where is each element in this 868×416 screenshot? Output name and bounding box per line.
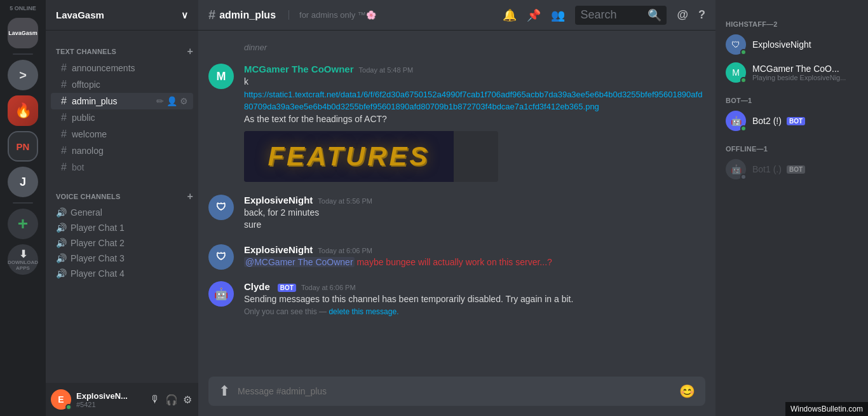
voice-player-chat-2[interactable]: 🔊 Player Chat 2 <box>51 235 193 251</box>
add-voice-channel-icon[interactable]: + <box>187 191 193 202</box>
status-dot-online <box>740 49 747 55</box>
message-author[interactable]: MCGamer The CoOwner <box>244 64 354 74</box>
channel-list: TEXT CHANNELS + # announcements # offtop… <box>46 31 198 383</box>
status-dot-online <box>740 77 747 83</box>
avatar[interactable]: 🤖 <box>208 281 234 307</box>
hash-icon: # <box>61 162 67 173</box>
hash-icon: # <box>61 95 67 107</box>
channel-welcome[interactable]: # welcome <box>51 126 193 142</box>
bell-icon[interactable]: 🔔 <box>503 8 517 22</box>
voice-player-chat-3[interactable]: 🔊 Player Chat 3 <box>51 251 193 266</box>
mute-icon[interactable]: 🎙 <box>149 392 161 407</box>
at-icon[interactable]: @ <box>677 8 688 22</box>
avatar[interactable]: 🛡 <box>208 244 234 270</box>
server-icon-terminal[interactable]: > <box>8 60 38 90</box>
message-author[interactable]: ExplosiveNight <box>244 244 313 255</box>
channel-icons: ✏ 👤 ⚙ <box>156 96 188 106</box>
voice-player-chat-4[interactable]: 🔊 Player Chat 4 <box>51 266 193 281</box>
channel-bot[interactable]: # bot <box>51 159 193 176</box>
online-count: 5 ONLINE <box>10 5 36 11</box>
voice-general[interactable]: 🔊 General <box>51 205 193 220</box>
list-item[interactable]: M MCGamer The CoO... Playing beside Expl… <box>721 59 863 87</box>
speaker-icon: 🔊 <box>56 207 67 218</box>
avatar: 🛡 <box>726 34 746 55</box>
message-header: Clyde BOT Today at 6:06 PM <box>244 281 705 292</box>
member-info: ExplosiveNight <box>752 39 858 50</box>
upload-icon[interactable]: ⬆ <box>219 383 230 399</box>
message-input-box: ⬆ 😊 <box>208 377 705 406</box>
top-bar-icons: 🔔 📌 👥 Search 🔍 @ ? <box>503 6 705 25</box>
help-icon[interactable]: ? <box>698 8 705 22</box>
channel-public[interactable]: # public <box>51 109 193 126</box>
message-author[interactable]: ExplosiveNight <box>244 195 313 205</box>
add-channel-icon[interactable]: + <box>187 46 193 57</box>
edit-icon[interactable]: ✏ <box>156 96 164 106</box>
avatar[interactable]: M <box>208 64 234 89</box>
server-icon-lavagasm[interactable]: LavaGasm <box>8 18 38 48</box>
message-header: MCGamer The CoOwner Today at 5:48 PM <box>244 64 705 74</box>
server-icon-add[interactable]: + <box>8 209 38 239</box>
pin-icon[interactable]: 📌 <box>527 8 541 22</box>
emoji-icon[interactable]: 😊 <box>679 384 695 399</box>
message-content: back, for 2 minutes <box>244 207 705 219</box>
channel-announcements[interactable]: # announcements <box>51 60 193 76</box>
list-item[interactable]: 🛡 ExplosiveNight <box>721 31 863 59</box>
invite-icon[interactable]: 👤 <box>166 96 177 106</box>
channel-nanolog[interactable]: # nanolog <box>51 142 193 159</box>
image-embed: FEATURES <box>244 131 498 182</box>
avatar: M <box>726 62 746 83</box>
server-icon-download[interactable]: ⬇ DOWNLOADAPPS <box>8 244 38 275</box>
channel-description: for admins only ™️🌸 <box>288 10 376 20</box>
chat-area: dinner M MCGamer The CoOwner Today at 5:… <box>198 31 715 377</box>
user-bar: E ExplosiveN... #5421 🎙 🎧 ⚙ <box>46 383 198 416</box>
message-input[interactable] <box>238 386 672 396</box>
hash-icon: # <box>61 112 67 123</box>
list-item[interactable]: 🤖 Bot2 (!) BOT <box>721 107 863 135</box>
hash-icon: # <box>61 62 67 74</box>
main-content: # admin_plus for admins only ™️🌸 🔔 📌 👥 S… <box>198 0 715 416</box>
message-time: Today at 6:06 PM <box>318 247 372 254</box>
search-icon[interactable]: 🔍 <box>648 8 661 22</box>
table-row: 🤖 Clyde BOT Today at 6:06 PM Sending mes… <box>198 280 715 317</box>
member-name: Bot2 (!) BOT <box>752 116 858 126</box>
hash-icon: # <box>61 79 67 90</box>
avatar[interactable]: 🛡 <box>208 195 234 220</box>
voice-channels-header[interactable]: VOICE CHANNELS + <box>46 181 198 205</box>
message-content: k <box>244 76 705 88</box>
message-header: ExplosiveNight Today at 6:06 PM <box>244 244 705 255</box>
member-name: Bot1 (.) BOT <box>752 164 858 174</box>
message-link[interactable]: https://static1.textcraft.net/data1/6/f/… <box>244 90 702 112</box>
member-info: Bot1 (.) BOT <box>752 164 858 174</box>
settings-icon[interactable]: ⚙ <box>180 96 188 106</box>
table-row: dinner <box>198 41 715 55</box>
list-item[interactable]: 🤖 Bot1 (.) BOT <box>721 155 863 183</box>
message-header: ExplosiveNight Today at 5:56 PM <box>244 195 705 205</box>
bot-tag: BOT <box>787 117 805 125</box>
message-text: maybe bungee will actually work on this … <box>356 257 552 267</box>
deafen-icon[interactable]: 🎧 <box>164 392 179 407</box>
speaker-icon: 🔊 <box>56 253 67 263</box>
avatar: 🤖 <box>726 159 746 179</box>
user-bar-icons: 🎙 🎧 ⚙ <box>149 392 193 407</box>
avatar[interactable]: E <box>51 389 71 410</box>
text-channels-header[interactable]: TEXT CHANNELS + <box>46 36 198 60</box>
watermark: WindowsBulletin.com <box>785 402 868 416</box>
channel-offtopic[interactable]: # offtopic <box>51 76 193 93</box>
bot-tag: BOT <box>787 165 805 174</box>
search-placeholder: Search <box>580 8 644 22</box>
channel-admin-plus[interactable]: # admin_plus ✏ 👤 ⚙ <box>51 93 193 109</box>
settings-icon[interactable]: ⚙ <box>182 392 193 407</box>
server-icon-j[interactable]: J <box>8 167 38 197</box>
message-author[interactable]: Clyde <box>244 281 270 292</box>
message-content: Sending messages to this channel has bee… <box>244 293 705 306</box>
voice-player-chat-1[interactable]: 🔊 Player Chat 1 <box>51 220 193 235</box>
status-dot <box>65 404 72 410</box>
search-box[interactable]: Search 🔍 <box>575 6 667 25</box>
server-icon-pn[interactable]: PN <box>8 131 38 162</box>
delete-message-link[interactable]: delete this message. <box>329 307 398 316</box>
server-header[interactable]: LavaGasm ∨ <box>46 0 198 31</box>
members-icon[interactable]: 👥 <box>551 8 565 22</box>
member-info: Bot2 (!) BOT <box>752 116 858 126</box>
mention[interactable]: @MCGamer The CoOwner <box>244 257 355 267</box>
server-icon-red[interactable]: 🔥 <box>8 95 38 126</box>
